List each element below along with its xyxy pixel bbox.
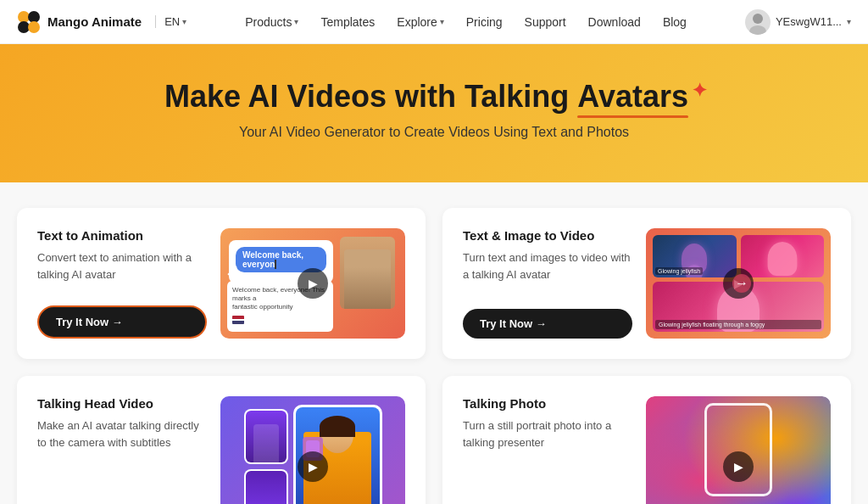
jelly-label-2: Glowing jellyfish floating through a fog… (655, 320, 821, 329)
lang-dropdown-icon: ▾ (182, 17, 186, 26)
main-nav: Products ▾ Templates Explore ▾ Pricing S… (235, 10, 697, 34)
card-preview-2: Glowing jellyfish → Glowing jellyfish fl… (646, 228, 831, 339)
card-talking-photo: Talking Photo Turn a still portrait phot… (442, 376, 851, 504)
play-button-1[interactable]: ▶ (298, 268, 328, 299)
cards-grid: Text to Animation Convert text to animat… (17, 208, 851, 504)
card-text-area-3: Talking Head Video Make an AI avatar tal… (37, 396, 207, 504)
card-text-to-animation: Text to Animation Convert text to animat… (17, 208, 426, 359)
nav-explore[interactable]: Explore ▾ (387, 10, 453, 34)
svg-point-4 (753, 14, 763, 24)
card-title-2: Text & Image to Video (463, 228, 632, 243)
card-desc-3: Make an AI avatar talking directly to th… (37, 417, 207, 451)
card-desc-4: Turn a still portrait photo into a talki… (463, 417, 632, 451)
card-talking-head: Talking Head Video Make an AI avatar tal… (17, 376, 426, 504)
card-desc-2: Turn text and images to video with a tal… (463, 249, 632, 283)
user-avatar (745, 9, 771, 35)
logo-text: Mango Animate (47, 14, 142, 29)
user-name-label: YEswgW11... (776, 15, 842, 28)
svg-point-5 (749, 25, 766, 35)
play-button-3[interactable]: ▶ (298, 451, 328, 482)
avatar-man (340, 237, 395, 309)
explore-dropdown-icon: ▾ (440, 17, 444, 26)
try-btn-2[interactable]: Try It Now → (463, 309, 632, 339)
card-preview-1: Welcome back,everyon Welcome back, every… (220, 228, 405, 339)
hero-title-highlight: Avatars (577, 78, 688, 115)
nav-blog[interactable]: Blog (653, 10, 697, 34)
nav-download[interactable]: Download (578, 10, 651, 34)
phone-frame (704, 403, 772, 496)
lang-selector[interactable]: EN ▾ (155, 15, 186, 28)
small-frames (244, 409, 288, 504)
svg-point-2 (18, 21, 30, 33)
card-desc-1: Convert text to animation with a talking… (37, 249, 207, 283)
user-dropdown-icon: ▾ (847, 17, 851, 26)
arrow-between: → (732, 274, 751, 293)
sparkle-icon: ✦ (692, 80, 707, 101)
small-frame-1 (244, 409, 288, 464)
jelly-label-1: Glowing jellyfish (655, 267, 703, 275)
svg-point-0 (18, 11, 30, 23)
hero-subtitle: Your AI Video Generator to Create Videos… (17, 125, 851, 140)
nav-pricing[interactable]: Pricing (456, 10, 513, 34)
card-title-1: Text to Animation (37, 228, 207, 243)
card-text-area-4: Talking Photo Turn a still portrait phot… (463, 396, 632, 504)
logo-icon (17, 10, 41, 34)
nav-templates[interactable]: Templates (310, 10, 385, 34)
user-menu[interactable]: YEswgW11... ▾ (745, 9, 851, 35)
play-button-4[interactable]: ▶ (723, 451, 754, 482)
card-text-area-1: Text to Animation Convert text to animat… (37, 228, 207, 339)
svg-point-1 (28, 11, 40, 23)
small-frame-2 (244, 469, 288, 504)
main-content: Text to Animation Convert text to animat… (0, 182, 868, 504)
lang-label: EN (164, 15, 180, 28)
nav-products[interactable]: Products ▾ (235, 10, 309, 34)
card-title-4: Talking Photo (463, 396, 632, 411)
jellyfish-img-1: Glowing jellyfish (653, 235, 737, 277)
header: Mango Animate EN ▾ Products ▾ Templates … (0, 0, 868, 44)
jellyfish-img-2 (741, 235, 825, 277)
card-text-area-2: Text & Image to Video Turn text and imag… (463, 228, 632, 339)
hero-title: Make AI Videos with Talking Avatars✦ (17, 78, 851, 115)
try-btn-1[interactable]: Try It Now → (37, 305, 207, 339)
hero-section: Make AI Videos with Talking Avatars✦ You… (0, 44, 868, 182)
arrow-icon-1: ↗ (225, 261, 238, 280)
card-preview-4: ≋≋≋≋≋ ▶ (646, 396, 831, 504)
nav-support[interactable]: Support (515, 10, 576, 34)
logo-area[interactable]: Mango Animate EN ▾ (17, 10, 186, 34)
card-preview-3: ▶ (220, 396, 405, 504)
card-title-3: Talking Head Video (37, 396, 207, 411)
card-text-image-video: Text & Image to Video Turn text and imag… (442, 208, 851, 359)
svg-point-3 (28, 21, 40, 33)
products-dropdown-icon: ▾ (294, 17, 298, 26)
